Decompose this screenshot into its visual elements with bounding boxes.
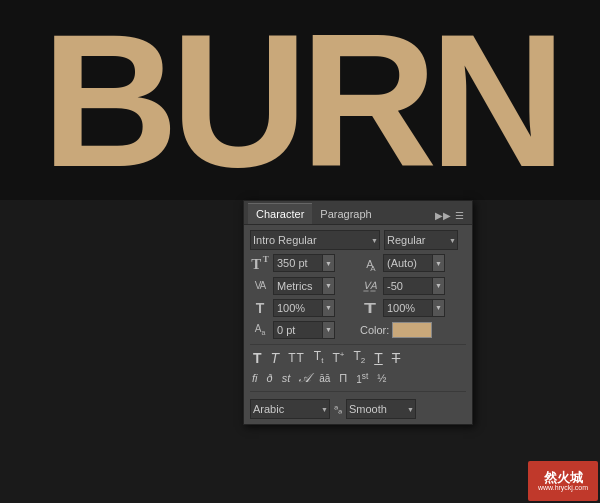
tracking-arrow[interactable]: ▼ [432,278,444,294]
character-panel: Character Paragraph ▶▶ ☰ Intro Regular R… [243,200,473,425]
font-style-select[interactable]: Regular [384,230,458,250]
typo-row-1: T T TT Tt T+ T2 T T [250,344,466,366]
typo-smallcaps-btn[interactable]: Tt [311,349,327,366]
panel-tab-arrows: ▶▶ ☰ [431,206,468,221]
panel-body: Intro Regular Regular T T ▼ [244,225,472,424]
typo-italic-btn[interactable]: T [268,350,283,366]
tracking-icon: V̲A̲ [360,280,380,291]
typo-allcaps-btn[interactable]: TT [285,351,308,365]
color-label: Color: [360,324,389,336]
baseline-icon: Aa [250,323,270,336]
baseline-col: Aa ▼ [250,321,356,339]
tab-character[interactable]: Character [248,203,312,224]
lang-select-wrap: Arabic [250,399,330,419]
tracking-input-wrap: ▼ [383,277,445,295]
font-size-arrow[interactable]: ▼ [322,255,334,271]
vscale-arrow[interactable]: ▼ [322,300,334,316]
hscale-input-wrap: ▼ [383,299,445,317]
leading-input-wrap: ▼ [383,254,445,272]
hscale-arrow[interactable]: ▼ [432,300,444,316]
font-family-select[interactable]: Intro Regular [250,230,380,250]
size-leading-row: T T ▼ A A ▼ [250,254,466,273]
typo-super-btn[interactable]: T+ [329,350,347,365]
kern-track-row: VA ▼ V̲A̲ ▼ [250,277,466,295]
kerning-input-wrap: ▼ [273,277,335,295]
ot-contextual-btn[interactable]: āā [317,372,332,385]
opentype-row: fi ð st 𝒜 āā Π 1st ½ [250,369,466,392]
font-style-wrap: Regular [384,230,458,250]
baseline-arrow[interactable]: ▼ [322,322,334,338]
ot-swash-btn[interactable]: st [280,371,293,385]
panel-tabs: Character Paragraph ▶▶ ☰ [244,201,472,225]
font-row: Intro Regular Regular [250,230,466,250]
ot-oldstyle-btn[interactable]: ð [265,371,275,385]
tab-paragraph[interactable]: Paragraph [312,204,379,224]
kerning-col: VA ▼ [250,277,356,295]
typo-sub-btn[interactable]: T2 [350,349,368,366]
aa-label: ᵃₐ [334,403,342,416]
typo-bold-btn[interactable]: T [250,350,265,366]
typo-strikethrough-btn[interactable]: T [389,350,404,366]
watermark-line2: www.hryckj.com [538,484,588,491]
ot-discretionary-btn[interactable]: Π [337,371,349,385]
menu-icon[interactable]: ☰ [455,210,464,221]
vscale-input[interactable] [274,302,322,314]
font-size-input-wrap: ▼ [273,254,335,272]
kerning-icon: VA [250,280,270,291]
smooth-select-wrap: None Sharp Crisp Strong Smooth [346,399,416,419]
baseline-input[interactable] [274,324,322,336]
tracking-col: V̲A̲ ▼ [360,277,466,295]
lang-select[interactable]: Arabic [250,399,330,419]
canvas-area: BURN [0,0,600,200]
font-size-input[interactable] [274,257,322,269]
font-size-icon: T T [250,254,270,273]
ot-ordinal-btn[interactable]: 1st [354,370,370,386]
hscale-col: T ▼ [360,299,466,317]
kerning-input[interactable] [274,280,322,292]
burn-text: BURN [42,5,559,195]
ot-ligatures-btn[interactable]: fi [250,371,260,385]
tracking-input[interactable] [384,280,432,292]
bottom-row: Arabic ᵃₐ None Sharp Crisp Strong Smooth [250,396,466,419]
color-swatch[interactable] [392,322,432,338]
leading-arrow[interactable]: ▼ [432,255,444,271]
smooth-select[interactable]: None Sharp Crisp Strong Smooth [346,399,416,419]
watermark: 然火城 www.hryckj.com [528,461,598,501]
baseline-input-wrap: ▼ [273,321,335,339]
font-size-col: T T ▼ [250,254,356,273]
font-family-wrap: Intro Regular [250,230,380,250]
typo-underline-btn[interactable]: T [371,350,386,366]
baseline-color-row: Aa ▼ Color: [250,321,466,339]
hscale-icon: T [356,300,384,316]
color-col: Color: [360,321,466,339]
leading-col: A A ▼ [360,254,466,273]
hscale-input[interactable] [384,302,432,314]
leading-icon: A A [360,256,380,271]
vscale-icon: T [250,300,270,316]
vscale-input-wrap: ▼ [273,299,335,317]
leading-input[interactable] [384,257,432,269]
kerning-arrow[interactable]: ▼ [322,278,334,294]
double-arrow-icon[interactable]: ▶▶ [435,210,451,221]
ot-titling-btn[interactable]: 𝒜 [297,369,312,387]
ot-fractions-btn[interactable]: ½ [375,371,388,385]
scale-row: T ▼ T ▼ [250,299,466,317]
vscale-col: T ▼ [250,299,356,317]
watermark-line1: 然火城 [544,471,583,484]
